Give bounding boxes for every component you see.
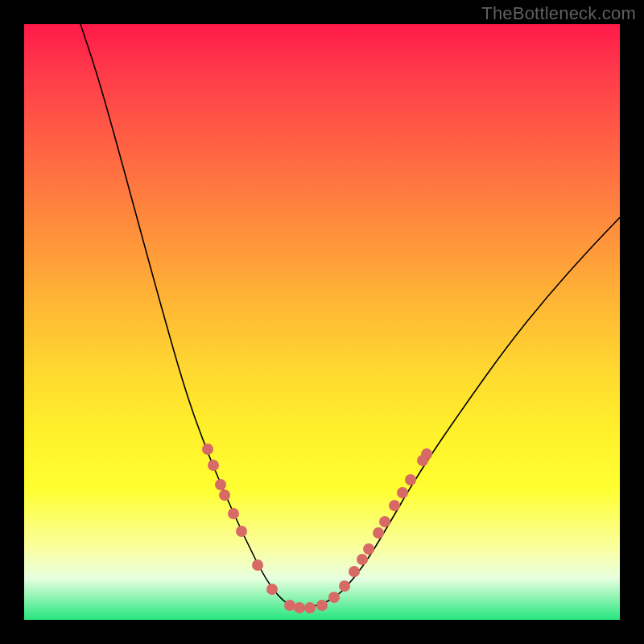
data-marker bbox=[389, 500, 400, 511]
data-marker bbox=[405, 474, 416, 485]
curve-svg bbox=[24, 24, 620, 620]
plot-area bbox=[24, 24, 620, 620]
chart-frame: TheBottleneck.com bbox=[0, 0, 644, 644]
data-marker bbox=[349, 566, 360, 577]
watermark-text: TheBottleneck.com bbox=[481, 3, 636, 24]
data-marker bbox=[228, 508, 239, 519]
data-marker bbox=[328, 592, 340, 603]
data-marker bbox=[397, 487, 408, 498]
marker-group bbox=[202, 444, 432, 613]
data-marker bbox=[304, 602, 316, 613]
data-marker bbox=[208, 460, 219, 471]
data-marker bbox=[215, 479, 226, 490]
bottleneck-curve bbox=[80, 24, 620, 607]
data-marker bbox=[266, 584, 278, 595]
data-marker bbox=[202, 444, 213, 455]
data-marker bbox=[284, 600, 295, 611]
data-marker bbox=[219, 489, 230, 501]
data-marker bbox=[379, 516, 390, 527]
data-marker bbox=[316, 600, 328, 611]
data-marker bbox=[252, 559, 263, 571]
data-marker bbox=[339, 580, 350, 592]
data-marker bbox=[357, 554, 368, 565]
data-marker bbox=[421, 448, 432, 460]
data-marker bbox=[363, 543, 374, 555]
data-marker bbox=[236, 526, 247, 537]
data-marker bbox=[373, 527, 384, 539]
data-marker bbox=[294, 602, 305, 613]
